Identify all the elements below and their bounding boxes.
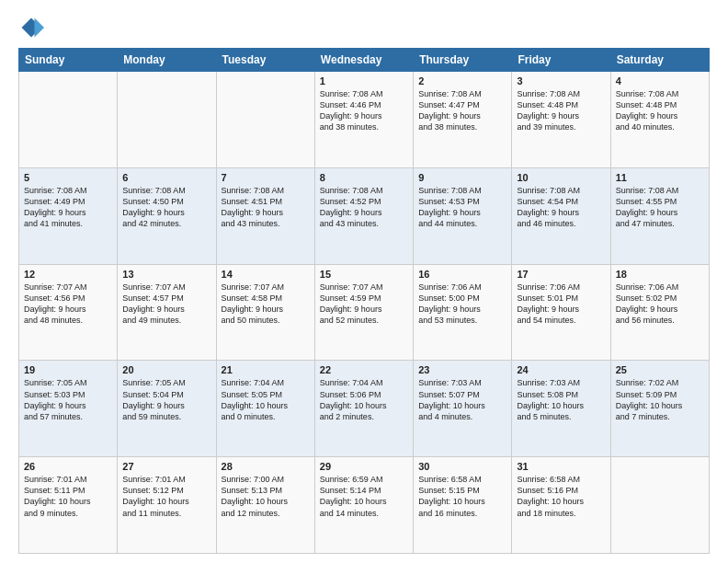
day-info: Sunrise: 7:08 AM Sunset: 4:51 PM Dayligh… [222,185,310,230]
day-info: Sunrise: 7:07 AM Sunset: 4:57 PM Dayligh… [122,282,210,327]
day-cell: 19Sunrise: 7:05 AM Sunset: 5:03 PM Dayli… [19,361,118,457]
day-cell: 12Sunrise: 7:07 AM Sunset: 4:56 PM Dayli… [19,264,118,361]
day-cell: 23Sunrise: 7:03 AM Sunset: 5:07 PM Dayli… [414,361,512,457]
day-cell: 29Sunrise: 6:59 AM Sunset: 5:14 PM Dayli… [314,457,413,554]
header [18,15,710,40]
svg-marker-2 [35,18,45,38]
day-number: 6 [122,172,210,183]
day-info: Sunrise: 7:04 AM Sunset: 5:06 PM Dayligh… [320,377,408,422]
day-number: 23 [418,364,506,375]
day-number: 21 [222,364,310,375]
day-info: Sunrise: 7:03 AM Sunset: 5:08 PM Dayligh… [517,377,605,422]
day-number: 31 [517,461,605,472]
day-number: 4 [616,75,704,86]
week-row-4: 19Sunrise: 7:05 AM Sunset: 5:03 PM Dayli… [19,361,710,457]
day-info: Sunrise: 6:58 AM Sunset: 5:15 PM Dayligh… [418,474,506,519]
day-number: 10 [517,172,605,183]
day-number: 17 [517,269,605,280]
day-number: 2 [418,75,506,86]
day-cell: 22Sunrise: 7:04 AM Sunset: 5:06 PM Dayli… [314,361,413,457]
day-cell: 18Sunrise: 7:06 AM Sunset: 5:02 PM Dayli… [610,264,709,361]
day-info: Sunrise: 7:07 AM Sunset: 4:59 PM Dayligh… [320,282,408,327]
day-cell: 2Sunrise: 7:08 AM Sunset: 4:47 PM Daylig… [414,72,512,168]
day-cell [610,457,709,554]
day-cell: 9Sunrise: 7:08 AM Sunset: 4:53 PM Daylig… [414,167,512,264]
day-number: 24 [517,364,605,375]
day-number: 1 [320,75,408,86]
day-number: 29 [320,461,408,472]
day-info: Sunrise: 7:06 AM Sunset: 5:00 PM Dayligh… [418,282,506,327]
day-info: Sunrise: 7:08 AM Sunset: 4:49 PM Dayligh… [24,185,112,230]
day-number: 30 [418,461,506,472]
weekday-header-monday: Monday [118,49,216,72]
day-number: 3 [517,75,605,86]
day-info: Sunrise: 7:08 AM Sunset: 4:48 PM Dayligh… [517,88,605,133]
day-info: Sunrise: 7:08 AM Sunset: 4:54 PM Dayligh… [517,185,605,230]
weekday-header-row: SundayMondayTuesdayWednesdayThursdayFrid… [19,49,710,72]
day-number: 7 [222,172,310,183]
day-cell: 15Sunrise: 7:07 AM Sunset: 4:59 PM Dayli… [314,264,413,361]
day-info: Sunrise: 7:08 AM Sunset: 4:48 PM Dayligh… [616,88,704,133]
day-cell: 24Sunrise: 7:03 AM Sunset: 5:08 PM Dayli… [512,361,610,457]
day-number: 16 [418,269,506,280]
day-cell: 16Sunrise: 7:06 AM Sunset: 5:00 PM Dayli… [414,264,512,361]
day-info: Sunrise: 7:04 AM Sunset: 5:05 PM Dayligh… [222,377,310,422]
day-info: Sunrise: 7:00 AM Sunset: 5:13 PM Dayligh… [222,474,310,519]
day-number: 15 [320,269,408,280]
day-info: Sunrise: 7:02 AM Sunset: 5:09 PM Dayligh… [616,377,704,422]
day-cell: 7Sunrise: 7:08 AM Sunset: 4:51 PM Daylig… [216,167,314,264]
logo [18,15,48,40]
weekday-header-wednesday: Wednesday [314,49,413,72]
day-number: 12 [24,269,112,280]
day-cell: 1Sunrise: 7:08 AM Sunset: 4:46 PM Daylig… [314,72,413,168]
day-cell: 14Sunrise: 7:07 AM Sunset: 4:58 PM Dayli… [216,264,314,361]
day-info: Sunrise: 7:03 AM Sunset: 5:07 PM Dayligh… [418,377,506,422]
week-row-1: 1Sunrise: 7:08 AM Sunset: 4:46 PM Daylig… [19,72,710,168]
day-cell: 27Sunrise: 7:01 AM Sunset: 5:12 PM Dayli… [118,457,216,554]
calendar-body: 1Sunrise: 7:08 AM Sunset: 4:46 PM Daylig… [19,72,710,554]
day-number: 20 [122,364,210,375]
calendar: SundayMondayTuesdayWednesdayThursdayFrid… [18,48,710,554]
day-info: Sunrise: 6:58 AM Sunset: 5:16 PM Dayligh… [517,474,605,519]
day-cell: 17Sunrise: 7:06 AM Sunset: 5:01 PM Dayli… [512,264,610,361]
day-info: Sunrise: 7:08 AM Sunset: 4:50 PM Dayligh… [122,185,210,230]
weekday-header-friday: Friday [512,49,610,72]
day-cell: 3Sunrise: 7:08 AM Sunset: 4:48 PM Daylig… [512,72,610,168]
day-info: Sunrise: 7:06 AM Sunset: 5:01 PM Dayligh… [517,282,605,327]
day-cell: 5Sunrise: 7:08 AM Sunset: 4:49 PM Daylig… [19,167,118,264]
week-row-3: 12Sunrise: 7:07 AM Sunset: 4:56 PM Dayli… [19,264,710,361]
day-cell [216,72,314,168]
day-info: Sunrise: 7:06 AM Sunset: 5:02 PM Dayligh… [616,282,704,327]
day-cell: 30Sunrise: 6:58 AM Sunset: 5:15 PM Dayli… [414,457,512,554]
page: SundayMondayTuesdayWednesdayThursdayFrid… [0,0,728,563]
day-number: 14 [222,269,310,280]
day-cell [118,72,216,168]
logo-icon [18,15,44,40]
day-info: Sunrise: 7:01 AM Sunset: 5:11 PM Dayligh… [24,474,112,519]
day-number: 26 [24,461,112,472]
day-cell: 20Sunrise: 7:05 AM Sunset: 5:04 PM Dayli… [118,361,216,457]
day-number: 9 [418,172,506,183]
day-cell: 4Sunrise: 7:08 AM Sunset: 4:48 PM Daylig… [610,72,709,168]
day-info: Sunrise: 7:01 AM Sunset: 5:12 PM Dayligh… [122,474,210,519]
day-number: 18 [616,269,704,280]
day-number: 25 [616,364,704,375]
day-info: Sunrise: 7:05 AM Sunset: 5:03 PM Dayligh… [24,377,112,422]
day-cell: 21Sunrise: 7:04 AM Sunset: 5:05 PM Dayli… [216,361,314,457]
day-info: Sunrise: 7:08 AM Sunset: 4:53 PM Dayligh… [418,185,506,230]
day-info: Sunrise: 7:08 AM Sunset: 4:46 PM Dayligh… [320,88,408,133]
week-row-5: 26Sunrise: 7:01 AM Sunset: 5:11 PM Dayli… [19,457,710,554]
weekday-header-tuesday: Tuesday [216,49,314,72]
day-info: Sunrise: 7:08 AM Sunset: 4:55 PM Dayligh… [616,185,704,230]
day-number: 5 [24,172,112,183]
day-cell: 8Sunrise: 7:08 AM Sunset: 4:52 PM Daylig… [314,167,413,264]
day-info: Sunrise: 7:08 AM Sunset: 4:47 PM Dayligh… [418,88,506,133]
day-number: 11 [616,172,704,183]
day-cell: 31Sunrise: 6:58 AM Sunset: 5:16 PM Dayli… [512,457,610,554]
weekday-header-thursday: Thursday [414,49,512,72]
day-info: Sunrise: 7:07 AM Sunset: 4:56 PM Dayligh… [24,282,112,327]
day-info: Sunrise: 6:59 AM Sunset: 5:14 PM Dayligh… [320,474,408,519]
day-cell: 6Sunrise: 7:08 AM Sunset: 4:50 PM Daylig… [118,167,216,264]
day-info: Sunrise: 7:05 AM Sunset: 5:04 PM Dayligh… [122,377,210,422]
day-cell: 25Sunrise: 7:02 AM Sunset: 5:09 PM Dayli… [610,361,709,457]
